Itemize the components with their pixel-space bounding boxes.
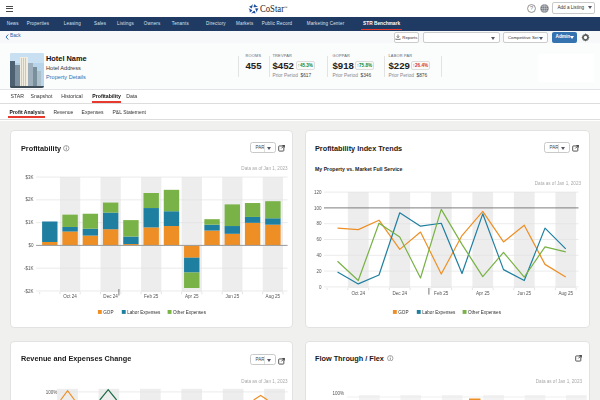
svg-text:Other Expenses: Other Expenses <box>173 309 207 314</box>
svg-text:Aug 25: Aug 25 <box>558 290 573 295</box>
svg-text:0: 0 <box>318 284 321 289</box>
svg-text:$0: $0 <box>29 243 35 248</box>
svg-text:Feb 25: Feb 25 <box>434 290 449 295</box>
svg-text:Jun 25: Jun 25 <box>517 290 531 295</box>
svg-text:GOP: GOP <box>104 309 114 314</box>
svg-text:Labor Expenses: Labor Expenses <box>128 309 162 314</box>
svg-text:Aug 25: Aug 25 <box>266 293 281 298</box>
svg-text:Other Expenses: Other Expenses <box>468 309 502 314</box>
svg-text:GOP: GOP <box>398 309 408 314</box>
svg-text:Feb 25: Feb 25 <box>144 293 159 298</box>
svg-text:Dec 24: Dec 24 <box>392 290 407 295</box>
svg-text:-$1K: -$1K <box>24 265 34 270</box>
svg-text:40: 40 <box>316 252 322 257</box>
svg-text:80: 80 <box>316 221 322 226</box>
svg-text:$1K: $1K <box>26 220 34 225</box>
svg-text:-$2K: -$2K <box>24 288 34 293</box>
svg-text:100%: 100% <box>332 391 344 396</box>
svg-text:Apr 25: Apr 25 <box>185 293 199 298</box>
svg-text:20: 20 <box>316 268 322 273</box>
svg-text:60: 60 <box>316 237 322 242</box>
svg-text:120: 120 <box>313 189 321 194</box>
svg-text:Data as of Jan 1, 2023: Data as of Jan 1, 2023 <box>242 379 289 384</box>
svg-text:100%: 100% <box>46 390 58 395</box>
svg-text:Jun 25: Jun 25 <box>226 293 240 298</box>
svg-text:Oct 24: Oct 24 <box>351 290 365 295</box>
svg-text:Data as of Jan 1, 2023: Data as of Jan 1, 2023 <box>535 379 582 384</box>
svg-text:Data as of Jan 1, 2023: Data as of Jan 1, 2023 <box>534 180 581 185</box>
svg-text:$2K: $2K <box>26 197 34 202</box>
svg-text:100: 100 <box>313 205 321 210</box>
svg-text:$3K: $3K <box>26 174 34 179</box>
svg-text:Data as of Jan 1, 2023: Data as of Jan 1, 2023 <box>242 165 289 170</box>
svg-text:Labor Expenses: Labor Expenses <box>422 309 456 314</box>
svg-text:Dec 24: Dec 24 <box>104 293 119 298</box>
svg-text:Apr 25: Apr 25 <box>475 290 489 295</box>
svg-text:?: ? <box>530 5 533 11</box>
svg-text:Oct 24: Oct 24 <box>64 293 78 298</box>
